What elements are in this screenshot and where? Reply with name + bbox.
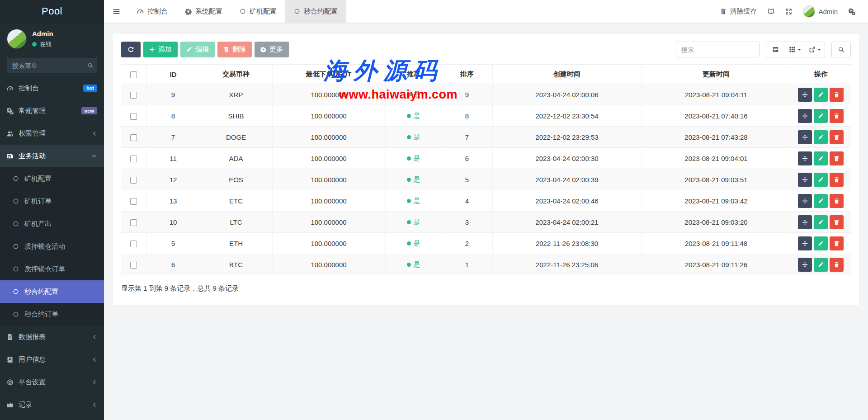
drag-sort-button[interactable] <box>798 236 812 250</box>
delete-row-button[interactable] <box>830 130 844 144</box>
col-coin: 交易币种 <box>200 65 272 84</box>
sidebar-item-miner-order[interactable]: 矿机订单 <box>0 190 104 212</box>
language-button[interactable] <box>768 8 774 15</box>
refresh-button[interactable] <box>121 42 141 57</box>
delete-row-button[interactable] <box>830 215 844 229</box>
more-button[interactable]: 更多 <box>255 42 289 57</box>
user-panel: Admin 在线 <box>0 23 104 53</box>
tab-dashboard[interactable]: 控制台 <box>128 0 176 23</box>
delete-row-button[interactable] <box>830 194 844 208</box>
drag-sort-button[interactable] <box>798 215 812 229</box>
chevron-left-icon <box>91 357 97 363</box>
sidebar-item-general-manage[interactable]: 常规管理 new <box>0 99 104 122</box>
sidebar-item-user-info[interactable]: 用户信息 <box>0 348 104 371</box>
user-status-label: 在线 <box>40 40 52 48</box>
edit-row-button[interactable] <box>814 258 828 272</box>
delete-button[interactable]: 删除 <box>217 42 252 57</box>
edit-row-button[interactable] <box>814 130 828 144</box>
edit-row-button[interactable] <box>814 236 828 250</box>
drag-sort-button[interactable] <box>798 258 812 272</box>
select-all-checkbox[interactable] <box>130 71 137 78</box>
chevron-left-icon <box>91 131 97 137</box>
drag-sort-button[interactable] <box>798 109 812 123</box>
tab-seccontract-config[interactable]: 秒合约配置 <box>285 0 346 23</box>
edit-row-button[interactable] <box>814 109 828 123</box>
delete-row-button[interactable] <box>830 109 844 123</box>
cell-recommend: 是 <box>385 84 442 105</box>
sidebar-item-miner-config[interactable]: 矿机配置 <box>0 167 104 190</box>
sidebar-item-pledge-activity[interactable]: 质押锁仓活动 <box>0 235 104 258</box>
cell-updated: 2023-08-21 09:03:42 <box>642 190 791 212</box>
delete-row-button[interactable] <box>830 258 844 272</box>
row-checkbox[interactable] <box>130 134 137 141</box>
drag-sort-button[interactable] <box>798 151 812 165</box>
sidebar-item-records[interactable]: 记录 <box>0 393 104 416</box>
sidebar-item-platform-settings[interactable]: 平台设置 <box>0 371 104 393</box>
tachometer-icon <box>137 8 144 15</box>
table-row: 7 DOGE 100.000000 是 7 2022-12-02 23:29:5… <box>121 127 851 148</box>
row-checkbox[interactable] <box>130 241 137 247</box>
cell-recommend: 是 <box>385 148 442 169</box>
sidebar-item-business-activity[interactable]: 业务活动 <box>0 145 104 167</box>
sidebar-item-seccontract-order[interactable]: 秒合约订单 <box>0 303 104 326</box>
user-menu[interactable]: Admin <box>803 5 838 18</box>
detail-view-button[interactable] <box>766 42 785 57</box>
delete-row-button[interactable] <box>830 236 844 250</box>
cell-sort: 9 <box>442 84 492 105</box>
edit-row-button[interactable] <box>814 173 828 187</box>
settings-button[interactable] <box>849 8 855 15</box>
columns-button[interactable] <box>785 42 805 57</box>
row-checkbox[interactable] <box>130 262 137 269</box>
cell-updated: 2023-08-21 07:40:16 <box>642 105 791 127</box>
drag-sort-button[interactable] <box>798 173 812 187</box>
sidebar-item-dashboard[interactable]: 控制台 hot <box>0 77 104 99</box>
drag-sort-button[interactable] <box>798 88 812 102</box>
data-card: 添加 编辑 删除 更多 <box>113 34 859 305</box>
chevron-left-icon <box>91 402 97 408</box>
table-search-input[interactable] <box>676 42 760 57</box>
delete-row-button[interactable] <box>830 151 844 165</box>
add-button[interactable]: 添加 <box>143 42 178 57</box>
cell-sort: 7 <box>442 127 492 148</box>
edit-row-button[interactable] <box>814 88 828 102</box>
edit-row-button[interactable] <box>814 151 828 165</box>
sidebar-item-permission-manage[interactable]: 权限管理 <box>0 122 104 145</box>
cell-min: 100.000000 <box>272 169 385 190</box>
tab-system-config[interactable]: 系统配置 <box>176 0 231 23</box>
sidebar-item-data-report[interactable]: 数据报表 <box>0 326 104 348</box>
drag-sort-button[interactable] <box>798 130 812 144</box>
cell-updated: 2023-08-21 09:04:11 <box>642 84 791 105</box>
row-checkbox[interactable] <box>130 219 137 226</box>
sidebar-item-seccontract-config[interactable]: 秒合约配置 <box>0 280 104 303</box>
clear-cache-button[interactable]: 清除缓存 <box>720 7 757 16</box>
row-checkbox[interactable] <box>130 177 137 184</box>
row-checkbox[interactable] <box>130 113 137 120</box>
col-min-usdt: 最低下单USDT <box>272 65 385 84</box>
edit-button[interactable]: 编辑 <box>180 42 215 57</box>
fullscreen-button[interactable] <box>785 8 792 15</box>
delete-row-button[interactable] <box>830 88 844 102</box>
sidebar-item-miner-output[interactable]: 矿机产出 <box>0 212 104 235</box>
hamburger-button[interactable] <box>104 0 128 23</box>
delete-row-button[interactable] <box>830 173 844 187</box>
edit-row-button[interactable] <box>814 215 828 229</box>
drag-sort-button[interactable] <box>798 194 812 208</box>
row-checkbox[interactable] <box>130 198 137 205</box>
sidebar-item-pledge-order[interactable]: 质押锁仓订单 <box>0 258 104 280</box>
cell-recommend: 是 <box>385 233 442 254</box>
row-checkbox[interactable] <box>130 156 137 162</box>
search-button[interactable] <box>831 42 851 57</box>
toolbar-right <box>676 42 851 57</box>
select-all-cell <box>121 65 146 84</box>
cell-id: 12 <box>146 169 200 190</box>
export-button[interactable] <box>805 42 825 57</box>
row-checkbox[interactable] <box>130 92 137 99</box>
tab-miner-config[interactable]: 矿机配置 <box>231 0 285 23</box>
circle-icon <box>294 8 300 14</box>
edit-row-button[interactable] <box>814 194 828 208</box>
online-status-dot <box>32 42 37 47</box>
gears-icon <box>7 108 19 114</box>
sidebar-search-input[interactable] <box>7 58 97 73</box>
app-root: Pool Admin 在线 控制台 hot 常规管理 <box>0 0 868 420</box>
table-row: 9 XRP 100.000000 是 9 2023-04-24 02:00:06… <box>121 84 851 105</box>
